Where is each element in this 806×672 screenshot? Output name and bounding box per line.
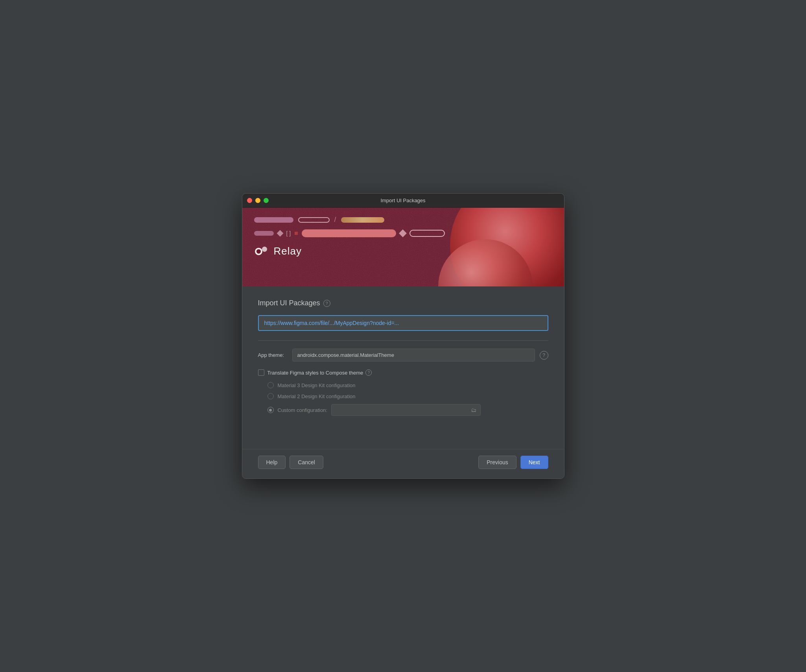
radio-material2-label: Material 2 Design Kit configuration: [278, 393, 356, 399]
minimize-button[interactable]: [255, 198, 260, 203]
hero-slash: /: [334, 216, 336, 224]
hero-banner: / [ ] Relay: [242, 208, 564, 286]
relay-logo: Relay: [254, 245, 552, 257]
section-title-row: Import UI Packages ?: [258, 299, 548, 307]
hero-diamond-2: [399, 229, 407, 237]
hero-bracket: [ ]: [286, 230, 291, 236]
section-title-text: Import UI Packages: [258, 299, 320, 307]
app-theme-input[interactable]: [293, 349, 535, 361]
custom-config-row: Custom configuration: 🗂: [267, 404, 548, 416]
folder-browse-icon[interactable]: 🗂: [471, 407, 476, 413]
translate-checkbox-label: Translate Figma styles to Compose theme …: [267, 369, 372, 376]
previous-button[interactable]: Previous: [478, 456, 516, 469]
url-input-wrapper: [258, 315, 548, 331]
window-title: Import UI Packages: [380, 198, 425, 203]
radio-custom-label: Custom configuration:: [278, 407, 327, 413]
hero-ui-elements: / [ ]: [254, 216, 552, 237]
svg-point-1: [256, 249, 260, 253]
radio-row-material3: Material 3 Design Kit configuration: [267, 382, 548, 388]
radio-material3-label: Material 3 Design Kit configuration: [278, 382, 356, 388]
hero-pill-2: [298, 217, 330, 223]
title-bar: Import UI Packages: [242, 194, 564, 208]
radio-row-material2: Material 2 Design Kit configuration: [267, 393, 548, 399]
radio-material3[interactable]: [267, 382, 274, 388]
relay-logo-icon: [254, 246, 269, 257]
footer: Help Cancel Previous Next: [242, 449, 564, 478]
footer-left: Help Cancel: [258, 456, 323, 469]
dialog-window: Import UI Packages / [ ]: [242, 193, 564, 479]
hero-pill-outline2: [409, 230, 445, 237]
section-help-icon[interactable]: ?: [323, 300, 330, 307]
hero-pill-gradient: [341, 217, 384, 223]
help-button[interactable]: Help: [258, 456, 286, 469]
hero-row2: [ ]: [254, 229, 552, 237]
radio-material2[interactable]: [267, 393, 274, 399]
app-theme-help-icon[interactable]: ?: [540, 351, 548, 360]
window-controls: [247, 198, 269, 203]
translate-checkbox-row: Translate Figma styles to Compose theme …: [258, 369, 548, 376]
footer-right: Previous Next: [478, 456, 548, 469]
radio-custom[interactable]: [267, 407, 274, 413]
relay-logo-text: Relay: [274, 245, 302, 257]
url-input[interactable]: [259, 316, 548, 330]
hero-pill-1: [254, 217, 293, 223]
app-theme-row: App theme: ?: [258, 349, 548, 362]
close-button[interactable]: [247, 198, 252, 203]
app-theme-input-wrapper: [292, 349, 535, 362]
hero-small-pill: [254, 231, 274, 236]
hero-big-pill: [302, 229, 396, 237]
svg-point-2: [262, 246, 267, 251]
translate-help-icon[interactable]: ?: [365, 369, 372, 376]
maximize-button[interactable]: [264, 198, 269, 203]
cancel-button[interactable]: Cancel: [290, 456, 323, 469]
radio-options: Material 3 Design Kit configuration Mate…: [258, 382, 548, 416]
custom-config-input-wrapper: 🗂: [331, 404, 481, 416]
hero-diamond-1: [277, 230, 283, 237]
separator: [258, 340, 548, 341]
next-button[interactable]: Next: [520, 456, 548, 469]
main-content: Import UI Packages ? App theme: ? Transl…: [242, 286, 564, 425]
hero-row1: /: [254, 216, 552, 224]
hero-small-square: [295, 232, 298, 235]
translate-checkbox[interactable]: [258, 369, 264, 376]
app-theme-label: App theme:: [258, 352, 288, 358]
